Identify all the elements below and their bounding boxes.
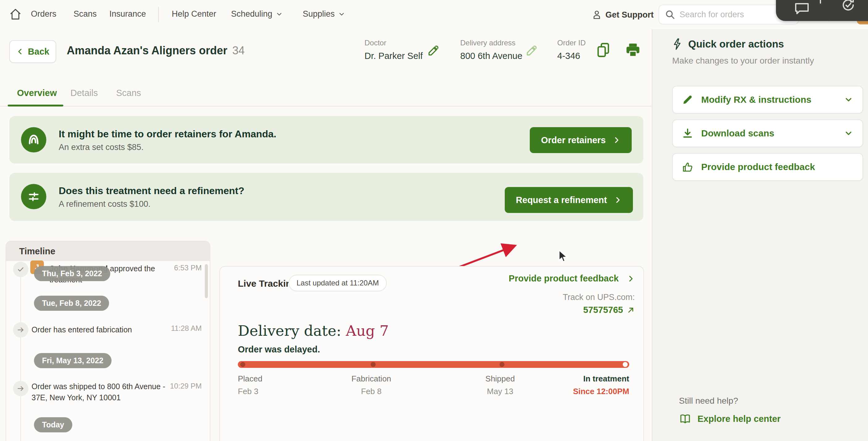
nav-scheduling[interactable]: Scheduling bbox=[231, 9, 283, 19]
timeline-event-time: 11:28 AM bbox=[171, 324, 202, 333]
delay-status-message: Order was delayed. bbox=[238, 344, 320, 354]
progress-dot-fabrication bbox=[371, 362, 376, 367]
nav-supplies[interactable]: Supplies bbox=[303, 9, 345, 19]
chat-bubble-icon[interactable] bbox=[794, 1, 810, 15]
doctor-label: Doctor bbox=[365, 39, 423, 47]
check-circle-icon bbox=[13, 262, 28, 277]
timeline-connector bbox=[21, 270, 21, 441]
get-support-button[interactable]: Get Support bbox=[591, 9, 654, 21]
timeline-date-pill: Today bbox=[34, 417, 72, 432]
milestone-date: Since 12:00PM bbox=[573, 387, 629, 396]
thumbs-up-icon bbox=[682, 161, 693, 172]
milestone-label: Shipped bbox=[485, 374, 515, 383]
back-button[interactable]: Back bbox=[9, 40, 56, 63]
edit-address-pencil-icon[interactable] bbox=[525, 44, 538, 57]
nav-help-center-label: Help Center bbox=[172, 9, 216, 19]
nav-scheduling-label: Scheduling bbox=[231, 9, 273, 19]
nav-help-center[interactable]: Help Center bbox=[172, 9, 216, 19]
delivery-address-label: Delivery address bbox=[460, 39, 522, 47]
order-retainers-button[interactable]: Order retainers bbox=[530, 127, 632, 153]
doctor-value: Dr. Parker Self bbox=[365, 51, 423, 61]
download-scans-label: Download scans bbox=[701, 128, 836, 139]
doctor-field: Doctor Dr. Parker Self bbox=[365, 39, 423, 61]
home-icon[interactable] bbox=[9, 7, 22, 21]
tracking-number: 57575765 bbox=[583, 305, 623, 315]
milestone-label: In treatment bbox=[573, 374, 629, 383]
download-scans-button[interactable]: Download scans bbox=[672, 120, 863, 147]
refinement-banner-subtitle: A refinement costs $100. bbox=[59, 199, 150, 209]
sidebar-title-row: Quick order actions bbox=[672, 38, 784, 50]
tab-overview[interactable]: Overview bbox=[17, 88, 57, 98]
retainers-banner: It might be time to order retainers for … bbox=[9, 116, 644, 164]
timeline-panel: Timeline J John Hammond approved the tre… bbox=[6, 241, 210, 441]
back-label: Back bbox=[28, 46, 49, 57]
nav-scans-label: Scans bbox=[73, 9, 97, 19]
chevron-left-icon bbox=[16, 47, 24, 56]
arrow-right-circle-icon bbox=[13, 322, 28, 338]
milestone-fabrication: Fabrication Feb 8 bbox=[351, 374, 391, 396]
active-tab-indicator bbox=[8, 105, 63, 106]
chevron-down-icon bbox=[844, 129, 853, 138]
provide-feedback-link[interactable]: Provide product feedback bbox=[509, 273, 635, 283]
download-icon bbox=[682, 128, 693, 139]
tab-details[interactable]: Details bbox=[70, 88, 98, 98]
order-title-text: Amanda Azan's Aligners order bbox=[67, 44, 227, 57]
timeline-event-time: 6:53 PM bbox=[174, 264, 202, 272]
arrow-right-circle-icon bbox=[13, 381, 28, 396]
explore-help-center-link[interactable]: Explore help center bbox=[679, 413, 781, 424]
timeline-event-time: 10:29 PM bbox=[170, 382, 202, 391]
modify-rx-button[interactable]: Modify RX & instructions bbox=[672, 86, 863, 113]
delivery-address-field: Delivery address 800 6th Avenue bbox=[460, 39, 522, 61]
tab-scans[interactable]: Scans bbox=[116, 88, 141, 98]
retainers-banner-title: It might be time to order retainers for … bbox=[59, 128, 276, 140]
milestone-date: Feb 8 bbox=[351, 387, 391, 396]
delivery-date-heading: Delivery date: Aug 7 bbox=[238, 322, 389, 339]
order-id-value: 4-346 bbox=[557, 51, 586, 61]
explore-help-center-label: Explore help center bbox=[698, 414, 781, 424]
milestone-label: Fabrication bbox=[351, 374, 391, 383]
recorder-toolbar-overlay bbox=[776, 0, 868, 21]
request-refinement-button[interactable]: Request a refinement bbox=[505, 187, 633, 213]
retainer-arch-icon bbox=[21, 127, 46, 152]
sliders-icon bbox=[21, 184, 46, 209]
milestone-shipped: Shipped May 13 bbox=[485, 374, 515, 396]
nav-insurance-label: Insurance bbox=[110, 9, 146, 19]
get-support-label: Get Support bbox=[606, 10, 654, 20]
chevron-right-icon bbox=[627, 275, 635, 283]
main-content: Back Amanda Azan's Aligners order34 Doct… bbox=[0, 29, 652, 441]
still-need-help-text: Still need help? bbox=[679, 396, 738, 406]
tracking-number-link[interactable]: 57575765 bbox=[583, 305, 635, 315]
copy-icon[interactable] bbox=[595, 42, 611, 59]
nav-insurance[interactable]: Insurance bbox=[110, 9, 146, 19]
live-tracking-panel: Live Tracking Last updated at 11:20AM Pr… bbox=[219, 266, 644, 441]
progress-dot-placed bbox=[240, 362, 245, 367]
sidebar-title: Quick order actions bbox=[688, 38, 784, 50]
provide-feedback-label: Provide product feedback bbox=[509, 273, 619, 283]
order-id-field: Order ID 4-346 bbox=[557, 39, 586, 61]
progress-dot-current bbox=[623, 362, 628, 367]
milestone-in-treatment: In treatment Since 12:00PM bbox=[573, 374, 629, 396]
search-input[interactable] bbox=[680, 10, 781, 20]
nav-divider bbox=[158, 7, 159, 22]
nav-orders[interactable]: Orders bbox=[31, 9, 57, 19]
milestone-date: May 13 bbox=[485, 387, 515, 396]
chevron-right-icon bbox=[613, 136, 621, 144]
tab-bar: Overview Details Scans bbox=[0, 76, 652, 106]
nav-scans[interactable]: Scans bbox=[73, 9, 97, 19]
pencil-icon bbox=[682, 94, 693, 105]
last-updated-text: Last updated at 11:20AM bbox=[297, 279, 379, 287]
nav-supplies-label: Supplies bbox=[303, 9, 335, 19]
print-icon[interactable] bbox=[625, 42, 641, 58]
cursor-pointer-icon bbox=[557, 249, 569, 263]
timeline-header: Timeline bbox=[6, 241, 210, 261]
edit-doctor-pencil-icon[interactable] bbox=[427, 44, 440, 57]
timeline-scrollbar[interactable] bbox=[205, 264, 208, 298]
sync-check-icon[interactable] bbox=[840, 0, 856, 13]
milestone-placed: Placed Feb 3 bbox=[238, 374, 262, 396]
book-icon bbox=[679, 413, 691, 424]
delivery-address-value: 800 6th Avenue bbox=[460, 51, 522, 61]
timeline-date-pill: Tue, Feb 8, 2022 bbox=[34, 296, 109, 311]
product-feedback-button[interactable]: Provide product feedback bbox=[672, 153, 863, 181]
timeline-date-pill: Thu, Feb 3, 2022 bbox=[34, 266, 110, 281]
milestone-label: Placed bbox=[238, 374, 262, 383]
